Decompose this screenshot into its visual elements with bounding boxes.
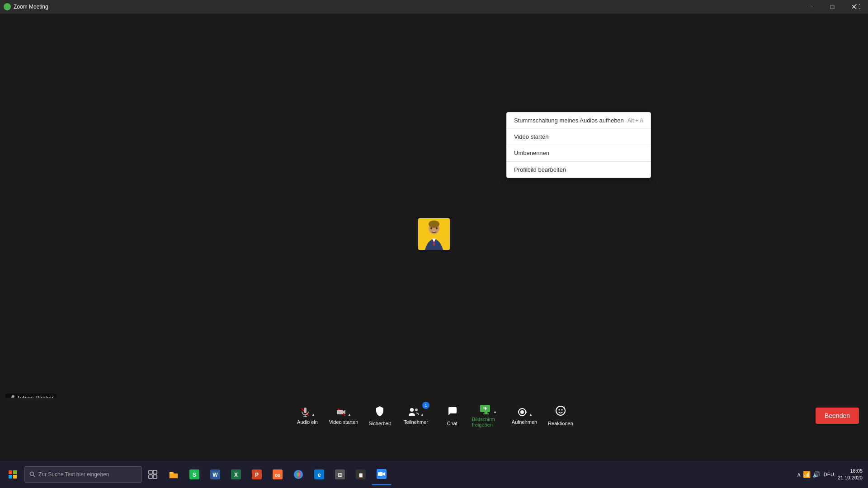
svg-rect-23: [9, 475, 12, 479]
window-controls: ─ □ ✕ ⛶: [800, 0, 864, 14]
taskbar-zoom-app[interactable]: [372, 464, 392, 485]
file-explorer-button[interactable]: [164, 464, 184, 485]
svg-rect-21: [9, 470, 12, 474]
svg-point-19: [559, 409, 560, 411]
taskbar-search[interactable]: Zur Suche Text hier eingeben: [24, 466, 142, 483]
minimize-button[interactable]: ─: [800, 0, 821, 14]
svg-rect-28: [153, 470, 157, 474]
start-button[interactable]: [2, 464, 24, 485]
record-button-label: Aufnehmen: [512, 419, 537, 425]
taskbar-app-5[interactable]: oo: [268, 464, 288, 485]
security-button-label: Sicherheit: [369, 421, 391, 426]
svg-point-25: [30, 472, 34, 476]
svg-line-26: [33, 475, 35, 477]
window-title: Zoom Meeting: [14, 4, 48, 10]
context-menu-edit-profile[interactable]: Profilbild bearbeiten: [507, 162, 651, 178]
taskbar-app-excel[interactable]: X: [226, 464, 246, 485]
system-clock[interactable]: 18:05 21.10.2020: [838, 468, 863, 482]
svg-point-3: [430, 227, 432, 230]
expand-button[interactable]: ⛶: [847, 0, 868, 14]
taskbar-app-8[interactable]: 📋: [351, 464, 371, 485]
svg-text:📋: 📋: [358, 472, 364, 478]
shield-icon: [374, 405, 385, 419]
unmute-shortcut: Alt + A: [627, 117, 643, 124]
reactions-button-label: Reaktionen: [548, 421, 573, 426]
svg-rect-22: [13, 470, 17, 474]
svg-rect-50: [378, 472, 382, 476]
avatar: [418, 218, 450, 250]
chat-button[interactable]: Chat: [434, 400, 470, 432]
video-button-label: Video starten: [329, 419, 359, 425]
taskbar-app-1[interactable]: S: [184, 464, 204, 485]
edit-profile-label: Profilbild bearbeiten: [514, 166, 566, 173]
svg-rect-10: [337, 410, 343, 414]
svg-rect-27: [149, 470, 152, 474]
share-screen-icon: ▲: [480, 404, 497, 415]
clock-time: 18:05: [838, 468, 863, 474]
svg-point-4: [436, 227, 438, 230]
system-tray: ∧ 📶 🔊: [797, 471, 820, 478]
clock-date: 21.10.2020: [838, 474, 863, 481]
svg-rect-24: [13, 475, 17, 479]
taskbar-right: ∧ 📶 🔊 DEU 18:05 21.10.2020: [797, 468, 866, 482]
reactions-icon: [555, 405, 566, 419]
volume-icon[interactable]: 🔊: [812, 471, 820, 478]
task-view-button[interactable]: [143, 464, 163, 485]
svg-text:S: S: [193, 471, 197, 478]
svg-rect-30: [153, 475, 157, 479]
camera-icon: ▲: [336, 407, 351, 418]
record-button[interactable]: ▲ Aufnehmen: [506, 400, 542, 432]
share-button-label: Bildschirm freigeben: [472, 417, 505, 427]
taskbar-app-word[interactable]: W: [205, 464, 225, 485]
taskbar-app-edge[interactable]: e: [309, 464, 329, 485]
context-menu: Stummschaltung meines Audios aufheben Al…: [506, 112, 651, 178]
security-button[interactable]: Sicherheit: [362, 400, 398, 432]
audio-button[interactable]: ▲ Audio ein: [289, 400, 326, 432]
share-screen-button[interactable]: ▲ Bildschirm freigeben: [470, 400, 506, 432]
end-meeting-button[interactable]: Beenden: [816, 408, 859, 424]
svg-text:X: X: [234, 472, 238, 478]
network-icon[interactable]: 📶: [803, 471, 811, 478]
svg-point-16: [520, 410, 524, 414]
taskbar-app-chrome[interactable]: [288, 464, 308, 485]
svg-point-20: [561, 409, 563, 411]
svg-text:e: e: [317, 471, 321, 478]
context-menu-start-video[interactable]: Video starten: [507, 129, 651, 145]
microphone-icon: ▲: [300, 407, 315, 418]
search-placeholder: Zur Suche Text hier eingeben: [38, 471, 109, 478]
chat-button-label: Chat: [447, 421, 457, 426]
show-hidden-icons[interactable]: ∧: [797, 471, 801, 478]
svg-text:W: W: [212, 472, 218, 478]
participant-video: [418, 218, 450, 250]
audio-arrow-icon: ▲: [311, 413, 315, 417]
svg-rect-6: [304, 408, 307, 413]
svg-point-2: [429, 221, 439, 228]
context-menu-unmute[interactable]: Stummschaltung meines Audios aufheben Al…: [507, 113, 651, 129]
participants-arrow-icon: ▲: [420, 413, 424, 417]
chat-icon: [447, 405, 458, 419]
svg-point-11: [410, 408, 414, 412]
video-button[interactable]: ▲ Video starten: [326, 400, 362, 432]
reactions-button[interactable]: Reaktionen: [542, 400, 579, 432]
context-menu-rename[interactable]: Umbenennen: [507, 145, 651, 161]
participants-count-badge: 1: [422, 402, 429, 409]
svg-text:🖼: 🖼: [338, 473, 342, 478]
meeting-main-area: 🎤 Tobias Becker Stummschaltung meines Au…: [0, 14, 868, 461]
windows-taskbar: Zur Suche Text hier eingeben S W: [0, 461, 868, 488]
maximize-button[interactable]: □: [822, 0, 843, 14]
taskbar-app-7[interactable]: 🖼: [330, 464, 350, 485]
svg-point-12: [415, 408, 418, 411]
meeting-toolbar: ▲ Audio ein ▲ Video starten: [0, 398, 868, 434]
start-video-label: Video starten: [514, 133, 548, 140]
audio-button-label: Audio ein: [297, 419, 318, 425]
language-indicator: DEU: [824, 472, 834, 477]
record-icon: ▲: [516, 407, 533, 418]
video-arrow-icon: ▲: [348, 413, 351, 417]
title-bar: Zoom Meeting ─ □ ✕ ⛶: [0, 0, 868, 14]
rename-label: Umbenennen: [514, 150, 549, 156]
title-bar-left: Zoom Meeting: [4, 3, 48, 10]
svg-text:oo: oo: [275, 473, 280, 478]
svg-rect-29: [149, 475, 152, 479]
participants-button[interactable]: ▲ 1 Teilnehmer: [398, 400, 434, 432]
taskbar-app-powerpoint[interactable]: P: [247, 464, 267, 485]
